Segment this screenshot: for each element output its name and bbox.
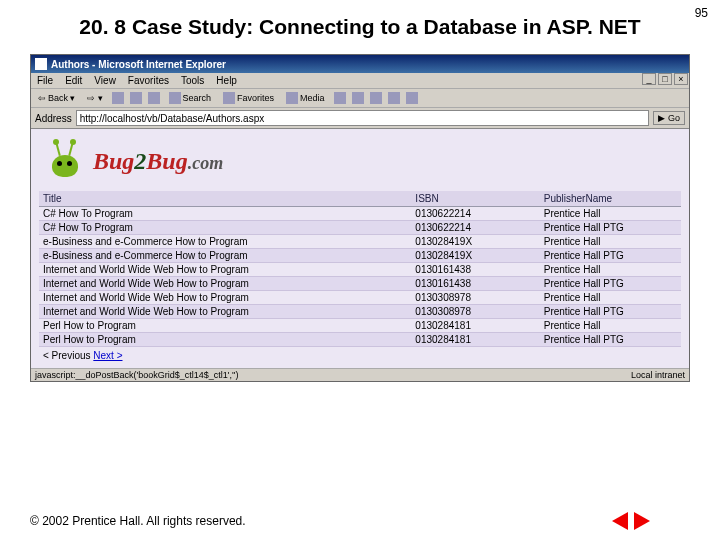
stop-icon[interactable] (112, 92, 124, 104)
authors-table: Title ISBN PublisherName C# How To Progr… (39, 191, 681, 347)
menu-view[interactable]: View (94, 75, 116, 86)
table-cell: 0130284181 (411, 319, 539, 333)
table-row: Internet and World Wide Web How to Progr… (39, 291, 681, 305)
close-button[interactable]: × (674, 73, 688, 85)
table-row: Internet and World Wide Web How to Progr… (39, 305, 681, 319)
status-text: javascript:__doPostBack('bookGrid$_ctl14… (35, 370, 631, 380)
edit-icon[interactable] (388, 92, 400, 104)
go-button[interactable]: ▶ Go (653, 111, 685, 125)
address-bar: Address ▶ Go (31, 108, 689, 129)
ie-icon (35, 58, 47, 70)
minimize-button[interactable]: _ (642, 73, 656, 85)
table-cell: e-Business and e-Commerce How to Program (39, 235, 411, 249)
slide-nav (612, 512, 650, 530)
prev-slide-button[interactable] (612, 512, 628, 530)
menubar: File Edit View Favorites Tools Help (31, 73, 689, 89)
col-isbn: ISBN (411, 191, 539, 207)
table-cell: Prentice Hall PTG (540, 333, 681, 347)
table-row: Internet and World Wide Web How to Progr… (39, 263, 681, 277)
menu-edit[interactable]: Edit (65, 75, 82, 86)
page-content: Bug2Bug.com Title ISBN PublisherName C# … (31, 129, 689, 368)
window-title: Authors - Microsoft Internet Explorer (51, 59, 685, 70)
menu-help[interactable]: Help (216, 75, 237, 86)
media-button[interactable]: Media (283, 91, 328, 105)
table-cell: 013028419X (411, 235, 539, 249)
toolbar: ⇦ Back ▾ ⇨ ▾ Search Favorites Media (31, 89, 689, 108)
pager: < Previous Next > (39, 347, 681, 364)
table-cell: Internet and World Wide Web How to Progr… (39, 291, 411, 305)
logo-text: Bug2Bug.com (93, 148, 223, 175)
refresh-icon[interactable] (130, 92, 142, 104)
table-cell: C# How To Program (39, 221, 411, 235)
table-cell: C# How To Program (39, 207, 411, 221)
table-cell: Perl How to Program (39, 333, 411, 347)
table-cell: 0130284181 (411, 333, 539, 347)
next-slide-button[interactable] (634, 512, 650, 530)
page-number: 95 (695, 6, 708, 20)
window-buttons: _ □ × (642, 73, 688, 85)
table-cell: 0130161438 (411, 263, 539, 277)
table-cell: e-Business and e-Commerce How to Program (39, 249, 411, 263)
site-logo: Bug2Bug.com (39, 135, 681, 191)
table-row: Internet and World Wide Web How to Progr… (39, 277, 681, 291)
print-icon[interactable] (370, 92, 382, 104)
address-input[interactable] (76, 110, 650, 126)
menu-tools[interactable]: Tools (181, 75, 204, 86)
table-cell: 0130308978 (411, 305, 539, 319)
slide-title: 20. 8 Case Study: Connecting to a Databa… (0, 0, 720, 48)
table-row: e-Business and e-Commerce How to Program… (39, 235, 681, 249)
table-cell: 0130622214 (411, 207, 539, 221)
menu-favorites[interactable]: Favorites (128, 75, 169, 86)
bug-icon (43, 141, 87, 181)
table-cell: Prentice Hall (540, 291, 681, 305)
prev-link: < Previous (43, 350, 91, 361)
home-icon[interactable] (148, 92, 160, 104)
table-cell: Internet and World Wide Web How to Progr… (39, 305, 411, 319)
browser-window: Authors - Microsoft Internet Explorer _ … (30, 54, 690, 382)
discuss-icon[interactable] (406, 92, 418, 104)
table-cell: Prentice Hall PTG (540, 221, 681, 235)
table-row: C# How To Program0130622214Prentice Hall (39, 207, 681, 221)
table-cell: Prentice Hall PTG (540, 305, 681, 319)
next-link[interactable]: Next > (93, 350, 122, 361)
media-icon (286, 92, 298, 104)
table-cell: Prentice Hall (540, 263, 681, 277)
search-icon (169, 92, 181, 104)
table-cell: Prentice Hall (540, 207, 681, 221)
status-bar: javascript:__doPostBack('bookGrid$_ctl14… (31, 368, 689, 381)
footer: © 2002 Prentice Hall. All rights reserve… (30, 512, 690, 530)
table-row: e-Business and e-Commerce How to Program… (39, 249, 681, 263)
table-row: C# How To Program0130622214Prentice Hall… (39, 221, 681, 235)
maximize-button[interactable]: □ (658, 73, 672, 85)
table-cell: 0130161438 (411, 277, 539, 291)
copyright: © 2002 Prentice Hall. All rights reserve… (30, 514, 612, 528)
table-cell: Prentice Hall (540, 319, 681, 333)
col-publisher: PublisherName (540, 191, 681, 207)
titlebar: Authors - Microsoft Internet Explorer (31, 55, 689, 73)
history-icon[interactable] (334, 92, 346, 104)
table-row: Perl How to Program0130284181Prentice Ha… (39, 333, 681, 347)
address-label: Address (35, 113, 72, 124)
star-icon (223, 92, 235, 104)
table-cell: Internet and World Wide Web How to Progr… (39, 277, 411, 291)
table-cell: 013028419X (411, 249, 539, 263)
menu-file[interactable]: File (37, 75, 53, 86)
back-button[interactable]: ⇦ Back ▾ (35, 92, 78, 104)
forward-button[interactable]: ⇨ ▾ (84, 92, 106, 104)
table-cell: Prentice Hall (540, 235, 681, 249)
table-cell: Perl How to Program (39, 319, 411, 333)
zone-label: Local intranet (631, 370, 685, 380)
table-cell: 0130308978 (411, 291, 539, 305)
table-cell: Prentice Hall PTG (540, 249, 681, 263)
favorites-button[interactable]: Favorites (220, 91, 277, 105)
table-row: Perl How to Program0130284181Prentice Ha… (39, 319, 681, 333)
table-cell: Prentice Hall PTG (540, 277, 681, 291)
table-cell: Internet and World Wide Web How to Progr… (39, 263, 411, 277)
table-cell: 0130622214 (411, 221, 539, 235)
col-title: Title (39, 191, 411, 207)
search-button[interactable]: Search (166, 91, 215, 105)
mail-icon[interactable] (352, 92, 364, 104)
